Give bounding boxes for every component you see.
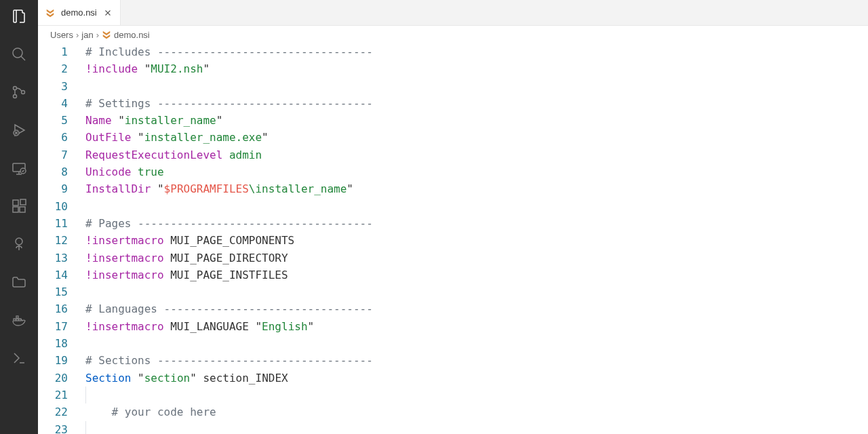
explorer-icon[interactable] [9, 7, 28, 26]
breadcrumb[interactable]: Users › jan › demo.nsi [38, 26, 868, 43]
line-number: 15 [38, 283, 68, 300]
remote-icon[interactable] [9, 159, 28, 178]
extensions-icon[interactable] [9, 197, 28, 216]
line-number: 23 [38, 421, 68, 434]
svg-rect-9 [20, 207, 25, 212]
line-number: 3 [38, 78, 68, 95]
terminal-icon[interactable] [9, 349, 28, 368]
line-number: 10 [38, 198, 68, 215]
line-number: 20 [38, 370, 68, 387]
svg-point-2 [14, 95, 17, 98]
activity-bar [0, 0, 38, 434]
line-number: 14 [38, 267, 68, 283]
line-number: 2 [38, 60, 68, 77]
line-number: 4 [38, 95, 68, 112]
code-line[interactable] [85, 387, 868, 403]
code-line[interactable] [85, 335, 868, 352]
svg-rect-15 [16, 316, 18, 318]
line-number: 5 [38, 112, 68, 129]
svg-rect-13 [16, 319, 18, 321]
line-number: 18 [38, 335, 68, 352]
docker-icon[interactable] [9, 311, 28, 330]
close-icon[interactable] [102, 7, 113, 18]
code-editor[interactable]: 1234567891011121314151617181920212223 # … [38, 43, 868, 434]
tab-demo-nsi[interactable]: demo.nsi [38, 0, 121, 25]
run-debug-icon[interactable] [9, 121, 28, 140]
line-number: 7 [38, 146, 68, 163]
code-line[interactable]: # Includes -----------------------------… [85, 43, 868, 60]
code-line[interactable]: # Settings -----------------------------… [85, 95, 868, 112]
line-number: 13 [38, 250, 68, 267]
tab-bar: demo.nsi [38, 0, 868, 26]
code-line[interactable]: !insertmacro MUI_PAGE_COMPONENTS [85, 232, 868, 249]
line-number: 17 [38, 318, 68, 335]
breadcrumb-segment[interactable]: demo.nsi [114, 30, 150, 40]
line-number: 16 [38, 300, 68, 317]
svg-rect-8 [13, 207, 18, 212]
code-content[interactable]: # Includes -----------------------------… [85, 43, 868, 434]
code-line[interactable]: InstallDir "$PROGRAMFILES\installer_name… [85, 180, 868, 197]
code-line[interactable]: # Languages ----------------------------… [85, 300, 868, 317]
code-line[interactable] [85, 421, 868, 434]
line-number: 6 [38, 129, 68, 146]
code-line[interactable] [85, 198, 868, 215]
code-line[interactable]: OutFile "installer_name.exe" [85, 129, 868, 146]
line-number-gutter: 1234567891011121314151617181920212223 [38, 43, 85, 434]
svg-point-3 [22, 91, 25, 94]
garden-icon[interactable] [9, 235, 28, 254]
line-number: 22 [38, 403, 68, 420]
source-control-icon[interactable] [9, 83, 28, 102]
chevron-right-icon: › [96, 30, 99, 40]
search-icon[interactable] [9, 45, 28, 64]
svg-rect-10 [20, 199, 26, 205]
line-number: 19 [38, 352, 68, 369]
line-number: 1 [38, 43, 68, 60]
line-number: 9 [38, 180, 68, 197]
code-line[interactable]: !include "MUI2.nsh" [85, 60, 868, 77]
line-number: 21 [38, 387, 68, 403]
breadcrumb-segment[interactable]: Users [50, 30, 73, 40]
svg-rect-12 [14, 319, 16, 321]
breadcrumb-segment[interactable]: jan [81, 30, 93, 40]
code-line[interactable]: # Sections -----------------------------… [85, 352, 868, 369]
folder-icon[interactable] [9, 273, 28, 292]
code-line[interactable]: Unicode true [85, 163, 868, 180]
line-number: 8 [38, 163, 68, 180]
code-line[interactable]: !insertmacro MUI_PAGE_INSTFILES [85, 267, 868, 283]
code-line[interactable]: !insertmacro MUI_PAGE_DIRECTORY [85, 250, 868, 267]
code-line[interactable]: Name "installer_name" [85, 112, 868, 129]
nsi-file-icon [102, 30, 111, 39]
code-line[interactable] [85, 78, 868, 95]
editor-main: demo.nsi Users › jan › demo.nsi 12345678… [38, 0, 868, 434]
code-line[interactable]: !insertmacro MUI_LANGUAGE "English" [85, 318, 868, 335]
tab-filename: demo.nsi [61, 7, 97, 18]
line-number: 11 [38, 215, 68, 232]
line-number: 12 [38, 232, 68, 249]
svg-point-1 [14, 87, 17, 90]
code-line[interactable]: Section "section" section_INDEX [85, 370, 868, 387]
code-line[interactable]: # Pages --------------------------------… [85, 215, 868, 232]
chevron-right-icon: › [76, 30, 79, 40]
svg-rect-7 [13, 200, 18, 205]
code-line[interactable]: # your code here [85, 403, 868, 420]
code-line[interactable]: RequestExecutionLevel admin [85, 146, 868, 163]
code-line[interactable] [85, 283, 868, 300]
svg-point-11 [16, 238, 22, 245]
nsi-file-icon [45, 7, 56, 18]
svg-point-0 [13, 48, 22, 58]
